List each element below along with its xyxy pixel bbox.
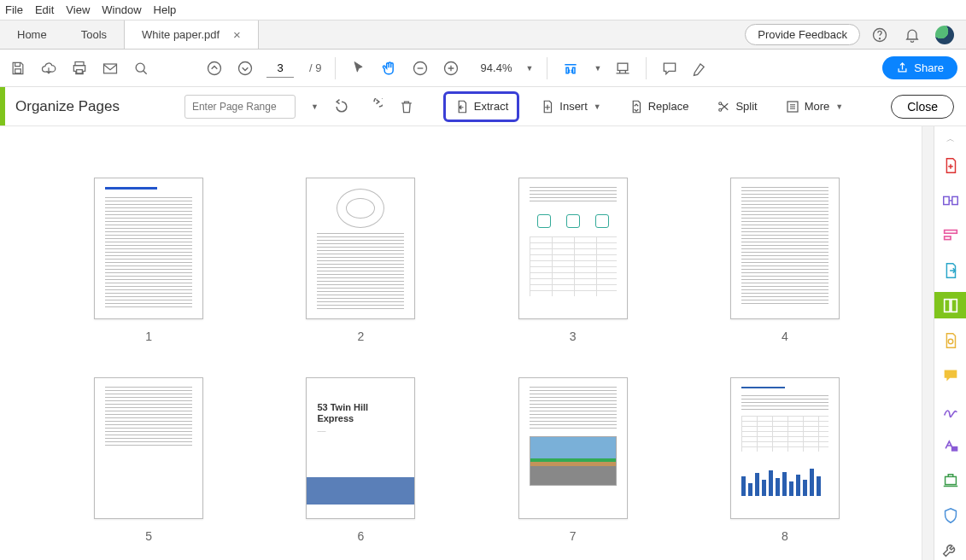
print-icon[interactable]: [70, 59, 89, 78]
page-number-input[interactable]: [266, 59, 294, 78]
page-number: 1: [145, 330, 152, 343]
page-number: 6: [357, 529, 364, 543]
rotate-right-icon[interactable]: [365, 97, 383, 116]
svg-rect-5: [104, 64, 117, 73]
svg-rect-3: [75, 61, 84, 65]
menu-view[interactable]: View: [66, 3, 90, 16]
zoom-level[interactable]: 94.4%: [472, 61, 512, 74]
svg-rect-23: [945, 476, 956, 484]
delete-icon[interactable]: [397, 97, 416, 116]
page-range-input[interactable]: [184, 95, 296, 119]
share-label: Share: [914, 61, 944, 74]
comment-icon[interactable]: [660, 59, 679, 78]
replace-button[interactable]: Replace: [622, 96, 696, 118]
menu-help[interactable]: Help: [154, 3, 177, 16]
page-up-icon[interactable]: [205, 59, 224, 78]
bell-icon[interactable]: [903, 26, 922, 44]
zoom-in-icon[interactable]: [442, 59, 460, 78]
cloud-icon[interactable]: [39, 59, 58, 78]
close-button[interactable]: Close: [891, 95, 954, 119]
svg-rect-2: [15, 68, 21, 73]
split-button[interactable]: Split: [709, 96, 764, 118]
page-thumb-5[interactable]: 5: [77, 377, 220, 543]
svg-rect-11: [618, 63, 628, 70]
more-label: More: [805, 100, 830, 113]
fit-dropdown-icon[interactable]: ▼: [594, 64, 601, 73]
rotate-left-icon[interactable]: [332, 97, 351, 116]
export-pdf-icon[interactable]: [940, 260, 961, 280]
page-thumb-8[interactable]: 8: [713, 377, 857, 543]
send-comments-icon[interactable]: [940, 330, 961, 350]
collapse-rail-icon[interactable]: ︿: [946, 133, 955, 145]
page-thumb-1[interactable]: 1: [77, 178, 220, 343]
edit-pdf-icon[interactable]: [940, 225, 961, 245]
sign-icon[interactable]: [940, 400, 961, 420]
range-dropdown-icon[interactable]: ▼: [311, 102, 319, 111]
share-button[interactable]: Share: [882, 56, 957, 79]
more-button[interactable]: More▼: [778, 96, 851, 118]
tab-strip: Home Tools White paper.pdf × Provide Fee…: [0, 20, 966, 50]
extract-button[interactable]: Extract: [443, 91, 519, 122]
select-tool-icon[interactable]: [349, 59, 368, 78]
tab-document[interactable]: White paper.pdf ×: [124, 20, 259, 49]
menu-bar: File Edit View Window Help: [0, 0, 966, 20]
menu-window[interactable]: Window: [102, 3, 141, 16]
page-grid-container: 1 2 3 4 5 53 Twin HillExpress—— 6 7 8: [0, 126, 934, 560]
svg-rect-16: [951, 196, 957, 204]
highlight-icon[interactable]: [691, 59, 710, 78]
svg-point-6: [136, 63, 144, 72]
help-icon[interactable]: [870, 26, 889, 44]
svg-rect-15: [943, 196, 948, 204]
page-thumb-7[interactable]: 7: [501, 377, 645, 543]
protect-icon[interactable]: [940, 505, 961, 525]
fit-width-icon[interactable]: [561, 59, 580, 78]
menu-file[interactable]: File: [5, 3, 23, 16]
optimize-icon[interactable]: [940, 470, 961, 490]
tab-tools[interactable]: Tools: [64, 20, 124, 49]
zoom-out-icon[interactable]: [411, 59, 430, 78]
page-grid: 1 2 3 4 5 53 Twin HillExpress—— 6 7 8: [0, 126, 934, 560]
provide-feedback-button[interactable]: Provide Feedback: [745, 24, 860, 45]
create-pdf-icon[interactable]: [940, 155, 961, 175]
page-number: 2: [357, 330, 364, 343]
search-icon[interactable]: [132, 59, 150, 78]
split-label: Split: [735, 100, 757, 113]
organize-pages-icon[interactable]: [934, 292, 967, 318]
zoom-dropdown-icon[interactable]: ▼: [525, 64, 533, 73]
svg-point-21: [948, 339, 953, 344]
svg-rect-17: [944, 230, 957, 233]
save-icon[interactable]: [9, 59, 27, 78]
insert-label: Insert: [559, 100, 588, 113]
svg-point-7: [208, 61, 221, 74]
menu-edit[interactable]: Edit: [35, 3, 54, 16]
page-thumb-2[interactable]: 2: [289, 178, 432, 343]
svg-rect-18: [944, 236, 950, 239]
avatar[interactable]: [935, 26, 954, 44]
svg-rect-19: [944, 299, 949, 312]
comment-tool-icon[interactable]: [940, 365, 961, 385]
svg-rect-20: [951, 299, 956, 312]
replace-label: Replace: [648, 100, 689, 113]
page-down-icon[interactable]: [236, 59, 255, 78]
svg-point-12: [719, 102, 722, 104]
svg-rect-4: [77, 69, 83, 73]
close-tab-icon[interactable]: ×: [233, 27, 241, 42]
combine-icon[interactable]: [940, 190, 961, 210]
hand-tool-icon[interactable]: [380, 59, 399, 78]
page-thumb-6[interactable]: 53 Twin HillExpress—— 6: [289, 377, 432, 543]
page-number: 4: [782, 330, 788, 343]
svg-point-1: [880, 38, 881, 38]
svg-point-8: [239, 61, 252, 74]
svg-point-13: [719, 108, 722, 111]
tab-document-label: White paper.pdf: [142, 28, 220, 41]
insert-button[interactable]: Insert▼: [533, 96, 607, 118]
tab-home[interactable]: Home: [0, 20, 64, 49]
page-thumb-4[interactable]: 4: [713, 178, 857, 343]
more-tools-icon[interactable]: [940, 540, 961, 560]
mail-icon[interactable]: [101, 59, 120, 78]
redact-icon[interactable]: [940, 435, 961, 455]
view-mode-icon[interactable]: [613, 59, 632, 78]
organize-toolbar: Organize Pages ▼ Extract Insert▼ Replace…: [0, 87, 966, 126]
page-thumb-3[interactable]: 3: [501, 178, 645, 343]
main-toolbar: / 9 94.4% ▼ ▼ Share: [0, 50, 966, 87]
